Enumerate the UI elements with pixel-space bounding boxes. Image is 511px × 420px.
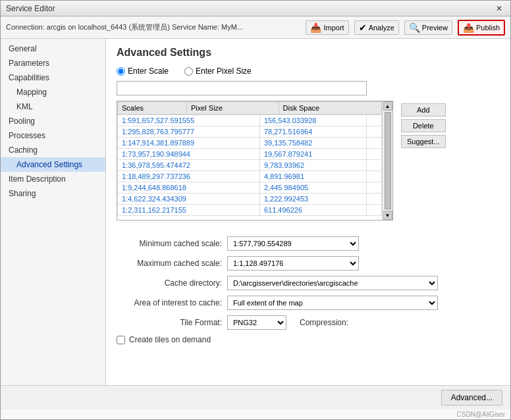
add-button[interactable]: Add xyxy=(401,103,446,117)
import-icon: 📥 xyxy=(310,22,321,33)
col-scales: Scales xyxy=(118,102,187,115)
window-title: Service Editor xyxy=(6,4,55,13)
enter-pixel-size-option[interactable]: Enter Pixel Size xyxy=(184,66,252,76)
col-pixel-size: Pixel Size xyxy=(186,102,279,115)
preview-icon: 🔍 xyxy=(409,22,420,33)
sidebar: General Parameters Capabilities Mapping … xyxy=(1,39,106,385)
publish-icon: 📤 xyxy=(463,22,474,33)
create-tiles-checkbox[interactable] xyxy=(117,336,125,344)
scale-cell: 1:18,489,297.737236 xyxy=(118,171,260,182)
sidebar-item-capabilities[interactable]: Capabilities xyxy=(1,70,105,85)
disk-cell xyxy=(367,160,382,171)
disk-cell xyxy=(367,194,382,205)
min-cached-scale-select[interactable]: 1:577,790.554289 xyxy=(227,236,359,251)
scale-cell: 1:591,657,527.591555 xyxy=(118,115,260,126)
table-row[interactable]: 1:591,657,527.591555156,543.033928 xyxy=(118,115,382,126)
tile-format-label: Tile Format: xyxy=(117,318,222,327)
sidebar-item-pooling[interactable]: Pooling xyxy=(1,114,105,128)
table-row[interactable]: 1:73,957,190.94894419,567.879241 xyxy=(118,149,382,160)
cache-directory-select[interactable]: D:\arcgisserver\directories\arcgiscache xyxy=(227,276,438,290)
sidebar-item-sharing[interactable]: Sharing xyxy=(1,186,105,201)
disk-cell xyxy=(367,182,382,194)
pixel-cell: 39,135.758482 xyxy=(259,138,366,149)
scales-data-table: 1:591,657,527.591555156,543.0339281:295,… xyxy=(117,115,382,216)
table-row[interactable]: 1:295,828,763.79577778,271.516964 xyxy=(118,126,382,138)
pixel-cell: 611.496226 xyxy=(259,205,366,216)
col-disk-space: Disk Space xyxy=(279,102,381,115)
max-cached-scale-label: Maximum cached scale: xyxy=(117,259,222,268)
scale-cell: 1:2,311,162.217155 xyxy=(118,205,260,216)
table-row[interactable]: 1:9,244,648.8686182,445.984905 xyxy=(118,182,382,194)
advanced-button[interactable]: Advanced... xyxy=(441,390,502,406)
main-content: General Parameters Capabilities Mapping … xyxy=(1,39,510,385)
tile-format-select[interactable]: PNG32 xyxy=(227,315,286,330)
scale-cell: 1:36,978,595.474472 xyxy=(118,160,260,171)
pixel-cell: 19,567.879241 xyxy=(259,149,366,160)
form-section: Minimum cached scale: 1:577,790.554289 M… xyxy=(117,236,500,344)
table-row[interactable]: 1:4,622,324.4343091,222.992453 xyxy=(118,194,382,205)
table-scrollbar: ▲ ▼ xyxy=(382,101,392,220)
cache-directory-row: Cache directory: D:\arcgisserver\directo… xyxy=(117,276,500,290)
scales-table: Scales Pixel Size Disk Space xyxy=(117,101,382,115)
scale-input[interactable] xyxy=(117,81,367,95)
pixel-cell: 2,445.984905 xyxy=(259,182,366,194)
table-section: Scales Pixel Size Disk Space 1:591,657,5… xyxy=(117,101,500,228)
enter-pixel-size-radio[interactable] xyxy=(184,67,193,76)
footer: Advanced... xyxy=(1,385,510,409)
table-scroll-area[interactable]: 1:591,657,527.591555156,543.0339281:295,… xyxy=(117,115,382,220)
page-title: Advanced Settings xyxy=(117,47,500,59)
disk-cell xyxy=(367,149,382,160)
import-button[interactable]: 📥 Import xyxy=(306,20,348,35)
pixel-cell: 9,783.93962 xyxy=(259,160,366,171)
enter-scale-option[interactable]: Enter Scale xyxy=(117,66,169,76)
scrollbar-up-button[interactable]: ▲ xyxy=(383,101,392,111)
area-of-interest-label: Area of interest to cache: xyxy=(117,298,222,307)
area-of-interest-row: Area of interest to cache: Full extent o… xyxy=(117,296,500,310)
scale-radio-group: Enter Scale Enter Pixel Size xyxy=(117,66,500,76)
table-inner: Scales Pixel Size Disk Space 1:591,657,5… xyxy=(117,101,382,220)
cache-directory-label: Cache directory: xyxy=(117,278,222,288)
sidebar-item-caching[interactable]: Caching xyxy=(1,143,105,157)
close-button[interactable]: ✕ xyxy=(493,4,505,13)
min-cached-scale-row: Minimum cached scale: 1:577,790.554289 xyxy=(117,236,500,251)
suggest-button[interactable]: Suggest... xyxy=(401,135,446,148)
pixel-cell: 156,543.033928 xyxy=(259,115,366,126)
disk-cell xyxy=(367,205,382,216)
table-action-buttons: Add Delete Suggest... xyxy=(398,101,448,228)
sidebar-item-item-description[interactable]: Item Description xyxy=(1,172,105,186)
table-row[interactable]: 1:18,489,297.7372364,891.96981 xyxy=(118,171,382,182)
sidebar-item-parameters[interactable]: Parameters xyxy=(1,56,105,70)
preview-button[interactable]: 🔍 Preview xyxy=(404,20,452,35)
sidebar-item-mapping[interactable]: Mapping xyxy=(1,85,105,99)
table-row[interactable]: 1:2,311,162.217155611.496226 xyxy=(118,205,382,216)
delete-button[interactable]: Delete xyxy=(401,119,446,132)
table-row[interactable]: 1:36,978,595.4744729,783.93962 xyxy=(118,160,382,171)
pixel-cell: 4,891.96981 xyxy=(259,171,366,182)
analyze-button[interactable]: ✔ Analyze xyxy=(354,20,399,35)
scale-cell: 1:4,622,324.434309 xyxy=(118,194,260,205)
publish-button[interactable]: 📤 Publish xyxy=(458,20,505,36)
sidebar-item-processes[interactable]: Processes xyxy=(1,128,105,143)
area-of-interest-select[interactable]: Full extent of the map xyxy=(227,296,438,310)
scale-cell: 1:73,957,190.948944 xyxy=(118,149,260,160)
max-cached-scale-row: Maximum cached scale: 1:1,128.497176 xyxy=(117,256,500,271)
compression-label: Compression: xyxy=(300,318,348,327)
title-bar: Service Editor ✕ xyxy=(1,1,510,16)
sidebar-item-general[interactable]: General xyxy=(1,41,105,56)
table-row[interactable]: 1:147,914,381.89788939,135.758482 xyxy=(118,138,382,149)
enter-scale-radio[interactable] xyxy=(117,67,125,76)
content-area: Advanced Settings Enter Scale Enter Pixe… xyxy=(106,39,510,385)
create-tiles-label[interactable]: Create tiles on demand xyxy=(129,335,211,344)
scales-table-container: Scales Pixel Size Disk Space 1:591,657,5… xyxy=(117,101,393,221)
scale-cell: 1:295,828,763.795777 xyxy=(118,126,260,138)
sidebar-item-kml[interactable]: KML xyxy=(1,99,105,114)
disk-cell xyxy=(367,115,382,126)
scrollbar-down-button[interactable]: ▼ xyxy=(383,211,392,220)
scrollbar-thumb[interactable] xyxy=(385,112,391,209)
max-cached-scale-select[interactable]: 1:1,128.497176 xyxy=(227,256,359,271)
sidebar-item-advanced-settings[interactable]: Advanced Settings xyxy=(1,157,105,172)
scale-input-row xyxy=(117,81,500,95)
pixel-cell: 78,271.516964 xyxy=(259,126,366,138)
pixel-cell: 1,222.992453 xyxy=(259,194,366,205)
scale-cell: 1:9,244,648.868618 xyxy=(118,182,260,194)
